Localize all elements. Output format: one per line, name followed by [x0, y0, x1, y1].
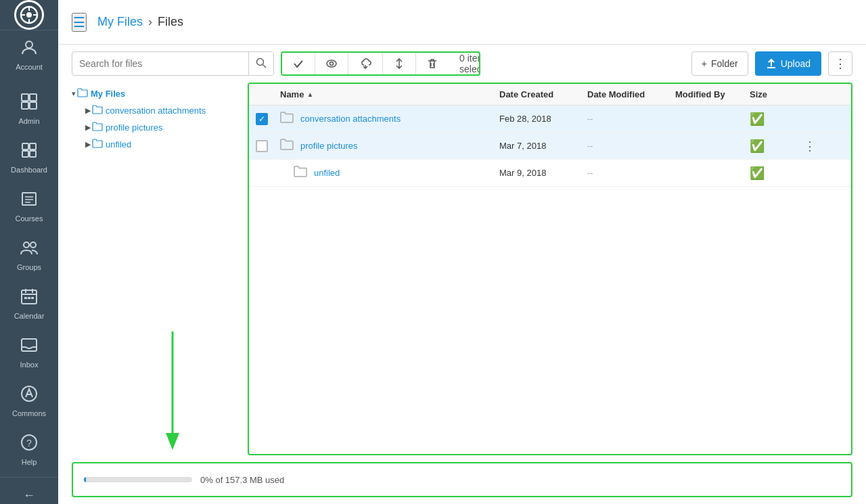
sidebar-item-dashboard-label: Dashboard	[11, 166, 47, 174]
tree-child-1-folder-icon	[92, 105, 103, 116]
app-logo[interactable]	[0, 0, 58, 30]
tree-children: ▶ conversation attachments ▶	[72, 102, 241, 153]
svg-rect-11	[22, 143, 28, 150]
header-name-col[interactable]: Name ▲	[280, 89, 499, 99]
header-modby-col[interactable]: Modified By	[675, 89, 750, 99]
row3-name-cell: unfiled	[280, 165, 499, 181]
cloud-button[interactable]	[348, 51, 383, 76]
sidebar-item-inbox[interactable]: Inbox	[0, 328, 58, 377]
table-row[interactable]: ✓ conversation attachments Feb 28, 2018 …	[249, 106, 851, 133]
sidebar-item-account-label: Account	[16, 63, 43, 71]
breadcrumb-parent[interactable]: My Files	[97, 15, 143, 29]
tree-child-3-label[interactable]: unfiled	[106, 139, 131, 150]
storage-progress-fill	[84, 477, 86, 482]
calendar-icon	[20, 288, 38, 309]
sidebar-item-calendar[interactable]: Calendar	[0, 279, 58, 328]
row1-checkmark: ✓	[258, 114, 265, 124]
sidebar-collapse-button[interactable]: ←	[0, 480, 58, 504]
sidebar-item-courses-label: Courses	[16, 214, 43, 223]
tree-root-expand: ▾	[72, 89, 76, 98]
svg-rect-26	[28, 297, 30, 299]
tree-root-label[interactable]: My Files	[91, 89, 125, 99]
sidebar-item-groups[interactable]: Groups	[0, 231, 58, 279]
sidebar-item-dashboard[interactable]: Dashboard	[0, 133, 58, 182]
table-row[interactable]: unfiled Mar 9, 2018 -- ✅	[249, 160, 851, 187]
move-button[interactable]	[383, 51, 416, 76]
dashboard-icon	[20, 141, 38, 163]
row2-more-button[interactable]: ⋮	[804, 139, 816, 154]
sidebar-item-account[interactable]: Account	[0, 30, 58, 79]
move-icon	[394, 58, 405, 69]
row1-name-link[interactable]: conversation attachments	[300, 114, 401, 124]
action-bar: 0 items selected	[281, 51, 480, 76]
svg-rect-14	[30, 151, 36, 157]
row3-name-link[interactable]: unfiled	[314, 168, 340, 178]
header-date-col[interactable]: Date Created	[499, 89, 587, 99]
delete-icon	[427, 58, 438, 69]
commons-icon	[20, 385, 38, 407]
tree-item-conversation-attachments[interactable]: ▶ conversation attachments	[85, 102, 241, 119]
upload-icon	[766, 58, 777, 69]
confirm-icon	[293, 58, 304, 69]
new-folder-button[interactable]: + + Folder Folder	[691, 51, 748, 76]
row3-date: Mar 9, 2018	[499, 168, 587, 178]
name-sort-icon: ▲	[306, 91, 313, 98]
row1-check-cell[interactable]: ✓	[256, 113, 280, 125]
content-area: 0 items selected + + Folder Folder Uploa…	[58, 45, 866, 504]
confirm-button[interactable]	[282, 51, 315, 76]
search-button[interactable]	[248, 51, 273, 76]
svg-point-34	[257, 58, 264, 65]
sidebar: Account Admin Dashboard	[0, 0, 58, 504]
tree-child-3-folder-icon	[92, 139, 103, 150]
tree-child-2-label[interactable]: profile pictures	[106, 122, 163, 133]
more-icon: ⋮	[834, 56, 846, 71]
items-selected-label: 0 items selected	[449, 53, 480, 74]
size-col-label: Size	[750, 89, 767, 99]
row2-name-cell: profile pictures	[280, 138, 499, 154]
more-options-button[interactable]: ⋮	[828, 51, 852, 76]
delete-button[interactable]	[416, 51, 449, 76]
tree-item-profile-pictures[interactable]: ▶ profile pictures	[85, 119, 241, 136]
row1-size: ✅	[750, 112, 804, 127]
row3-modified: --	[587, 168, 675, 178]
sidebar-item-help[interactable]: ? Help	[0, 426, 58, 474]
tree-item-unfiled[interactable]: ▶ unfiled	[85, 136, 241, 153]
file-list-header: Name ▲ Date Created Date Modified Modifi…	[249, 84, 851, 106]
row2-actions[interactable]: ⋮	[804, 139, 844, 154]
row2-checkbox[interactable]	[256, 140, 268, 152]
svg-point-6	[26, 41, 32, 48]
header-size-col[interactable]: Size	[750, 89, 804, 99]
svg-rect-8	[30, 94, 37, 101]
row3-size: ✅	[750, 166, 804, 181]
status-bar: 0% of 157.3 MB used	[72, 462, 852, 497]
groups-icon	[20, 239, 38, 260]
breadcrumb-current: Files	[158, 15, 183, 29]
upload-button[interactable]: Upload	[755, 51, 821, 76]
svg-rect-25	[24, 297, 27, 299]
preview-button[interactable]	[315, 51, 348, 76]
new-folder-text: Folder	[711, 58, 738, 69]
search-input[interactable]	[72, 58, 248, 69]
sidebar-divider-2	[0, 477, 58, 478]
svg-rect-12	[30, 143, 36, 150]
tree-child-1-label[interactable]: conversation attachments	[106, 106, 206, 116]
row1-checkbox[interactable]: ✓	[256, 113, 268, 125]
logo-icon	[14, 0, 44, 30]
row1-date: Feb 28, 2018	[499, 114, 587, 124]
row2-name-link[interactable]: profile pictures	[300, 141, 358, 151]
sidebar-item-courses[interactable]: Courses	[0, 182, 58, 231]
table-row[interactable]: profile pictures Mar 7, 2018 -- ✅ ⋮	[249, 133, 851, 160]
row1-modified: --	[587, 114, 675, 124]
sidebar-item-commons[interactable]: Commons	[0, 377, 58, 426]
tree-navigation: ▾ My Files ▶	[72, 83, 248, 455]
tree-root-item[interactable]: ▾ My Files	[72, 85, 241, 102]
help-icon: ?	[20, 434, 38, 455]
sidebar-item-admin[interactable]: Admin	[0, 85, 58, 133]
header-modified-col[interactable]: Date Modified	[587, 89, 675, 99]
row2-check-cell[interactable]	[256, 140, 280, 152]
storage-text: 0% of 157.3 MB used	[200, 475, 284, 485]
hamburger-button[interactable]: ☰	[72, 13, 87, 32]
file-list: Name ▲ Date Created Date Modified Modifi…	[248, 83, 852, 455]
toolbar: 0 items selected + + Folder Folder Uploa…	[58, 45, 866, 83]
tree-child-2-expand: ▶	[85, 123, 91, 132]
